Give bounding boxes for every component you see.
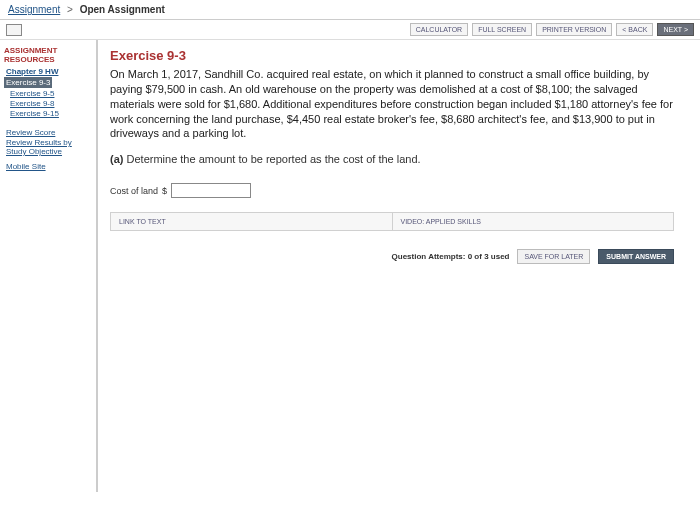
sidebar-item[interactable]: Exercise 9-8 — [10, 99, 92, 108]
question-attempts: Question Attempts: 0 of 3 used — [392, 252, 510, 261]
help-row: LINK TO TEXT VIDEO: APPLIED SKILLS — [110, 212, 674, 231]
currency-symbol: $ — [162, 186, 167, 196]
calculator-button[interactable]: CALCULATOR — [410, 23, 468, 36]
review-score-link[interactable]: Review Score — [6, 128, 92, 137]
exercise-part: (a) Determine the amount to be reported … — [110, 153, 674, 165]
footer-row: Question Attempts: 0 of 3 used SAVE FOR … — [110, 249, 674, 264]
main-content: Exercise 9-3 On March 1, 2017, Sandhill … — [98, 40, 700, 492]
sidebar-item-current[interactable]: Exercise 9-3 — [4, 77, 52, 88]
save-for-later-button[interactable]: SAVE FOR LATER — [517, 249, 590, 264]
cost-of-land-label: Cost of land — [110, 186, 158, 196]
breadcrumb: Assignment > Open Assignment — [0, 0, 700, 20]
next-button[interactable]: NEXT > — [657, 23, 694, 36]
mobile-site-link[interactable]: Mobile Site — [6, 162, 92, 171]
exercise-title: Exercise 9-3 — [110, 48, 674, 63]
breadcrumb-current: Open Assignment — [80, 4, 165, 15]
back-button[interactable]: < BACK — [616, 23, 653, 36]
part-text: Determine the amount to be reported as t… — [127, 153, 421, 165]
answer-row: Cost of land $ — [110, 183, 674, 198]
cost-of-land-input[interactable] — [171, 183, 251, 198]
printer-button[interactable]: PRINTER VERSION — [536, 23, 612, 36]
exercise-body: On March 1, 2017, Sandhill Co. acquired … — [110, 67, 674, 141]
sound-icon[interactable] — [6, 24, 22, 36]
breadcrumb-sep: > — [67, 4, 73, 15]
link-to-text[interactable]: LINK TO TEXT — [111, 213, 392, 230]
fullscreen-button[interactable]: FULL SCREEN — [472, 23, 532, 36]
breadcrumb-root[interactable]: Assignment — [8, 4, 60, 15]
part-label: (a) — [110, 153, 123, 165]
sidebar-item[interactable]: Exercise 9-15 — [10, 109, 92, 118]
submit-answer-button[interactable]: SUBMIT ANSWER — [598, 249, 674, 264]
toolbar: CALCULATOR FULL SCREEN PRINTER VERSION <… — [0, 20, 700, 40]
sidebar-item[interactable]: Exercise 9-5 — [10, 89, 92, 98]
sidebar-chapter-link[interactable]: Chapter 9 HW — [6, 67, 92, 76]
review-results-link[interactable]: Review Results by Study Objective — [6, 138, 92, 156]
sidebar: ASSIGNMENT RESOURCES Chapter 9 HW Exerci… — [0, 40, 96, 492]
video-applied-skills[interactable]: VIDEO: APPLIED SKILLS — [392, 213, 674, 230]
sidebar-heading: ASSIGNMENT RESOURCES — [4, 46, 92, 64]
